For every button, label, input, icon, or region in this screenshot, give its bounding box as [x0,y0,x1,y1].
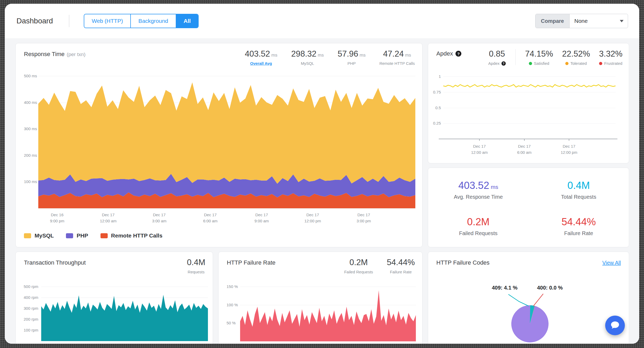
summary-failed-requests: 0.2M Failed Requests [428,208,529,244]
response-time-chart [38,76,415,208]
failure-codes-pie-chart [428,252,629,344]
chart-legend: MySQL PHP Remote HTTP Calls [24,232,162,239]
y-tick: 500 ms [24,74,37,78]
failure-codes-panel: HTTP Failure Codes View All 409: 4.1 % 4… [428,252,629,344]
x-axis [439,139,617,139]
throughput-chart [41,287,208,341]
summary-failure-rate: 54.44% Failure Rate [529,208,629,244]
remote-http-swatch [101,233,108,238]
scope-tabs: Web (HTTP) Background All [84,14,199,28]
response-time-stats: 403.52ms Overall Avg 298.32ms MySQL 57.9… [245,49,415,66]
axis-tick [524,139,525,141]
y-tick: 200 ms [24,153,37,158]
stat-mysql: 298.32ms MySQL [291,49,324,66]
failure-rate-chart [240,287,416,341]
legend-php: PHP [66,232,88,239]
y-tick: 0.5 [428,105,441,110]
tolerated-dot [565,62,568,65]
top-bar: Dashboard Web (HTTP) Background All Comp… [5,4,639,38]
failure-rate-panel: HTTP Failure Rate 0.2M Failed Requests 5… [218,252,423,344]
compare-select[interactable]: None [570,14,628,28]
y-tick: 400 ms [24,100,37,105]
stat-failure-rate: 54.44% Failure Rate [387,258,415,274]
legend-mysql: MySQL [24,232,54,239]
y-tick: 1 [428,74,441,79]
tab-background[interactable]: Background [130,14,175,27]
summary-panel: 403.52ms Avg. Response Time 0.4M Total R… [428,168,629,247]
tab-web-http[interactable]: Web (HTTP) [84,14,130,27]
legend-remote-http: Remote HTTP Calls [101,232,162,239]
failure-rate-stats: 0.2M Failed Requests 54.44% Failure Rate [344,258,415,274]
tab-all[interactable]: All [176,14,198,27]
axis-tick [479,139,480,141]
panel-title: Transaction Throughput [24,259,86,266]
chevron-down-icon [620,20,624,22]
app-window: Dashboard Web (HTTP) Background All Comp… [5,4,639,344]
help-icon[interactable]: ? [455,51,461,57]
apdex-panel: Apdex ? 0.85 Apdex? 74.15% Satisfied [428,43,629,163]
y-tick: 50 % [227,321,236,325]
stat-apdex: 0.85 Apdex? [488,49,506,66]
throughput-stats: 0.4M Requests [187,258,205,274]
summary-total-requests: 0.4M Total Requests [529,172,629,208]
help-icon[interactable]: ? [501,61,506,66]
y-tick: 0.25 [428,121,441,125]
apdex-stats: 0.85 Apdex? 74.15% Satisfied 22.52% Tole… [488,49,622,66]
response-time-panel: Response Time(per txn) 403.52ms Overall … [15,43,423,247]
compare-value: None [574,18,588,24]
y-tick: 400 rpm [24,295,38,300]
stat-requests: 0.4M Requests [187,258,205,274]
axis-tick [569,139,569,141]
y-tick: 100 % [227,303,238,307]
stat-remote-http: 47.24ms Remote HTTP Calls [379,49,415,66]
compare-label: Compare [536,14,570,28]
header-divider [69,15,69,27]
y-tick: 300 rpm [24,306,38,311]
stat-overall-avg: 403.52ms Overall Avg [245,49,278,66]
panel-title: Apdex ? [436,50,461,57]
x-axis [38,208,415,209]
chat-icon [610,320,620,330]
y-tick: 100 rpm [24,328,38,332]
y-tick: 500 rpm [24,284,38,289]
y-tick: 150 % [227,284,238,289]
divider [515,49,516,65]
y-tick: 200 rpm [24,317,38,321]
panel-subtitle: (per txn) [67,52,86,57]
frustrated-dot [599,62,602,65]
summary-avg-response-time: 403.52ms Avg. Response Time [428,172,529,208]
panel-title: HTTP Failure Rate [227,259,275,266]
dashboard-content: Response Time(per txn) 403.52ms Overall … [5,38,639,344]
compare-control: Compare None [535,14,628,28]
y-tick: 300 ms [24,126,37,131]
y-tick: 100 ms [24,179,37,184]
satisfied-dot [529,62,532,65]
stat-frustrated: 3.32% Frustrated [599,49,622,66]
chat-launcher-button[interactable] [605,316,625,335]
stat-failed-requests: 0.2M Failed Requests [344,258,373,274]
stat-tolerated: 22.52% Tolerated [562,49,590,66]
apdex-chart [443,77,616,139]
mysql-swatch [24,233,31,238]
stat-php: 57.96ms PHP [338,49,366,66]
page-title: Dashboard [16,17,53,25]
stat-satisfied: 74.15% Satisfied [525,49,553,66]
panel-title: Response Time(per txn) [24,51,86,58]
php-swatch [66,233,73,238]
y-tick: 0.75 [428,90,441,94]
throughput-panel: Transaction Throughput 0.4M Requests 500… [15,252,213,344]
overall-avg-link[interactable]: Overall Avg [250,61,272,66]
